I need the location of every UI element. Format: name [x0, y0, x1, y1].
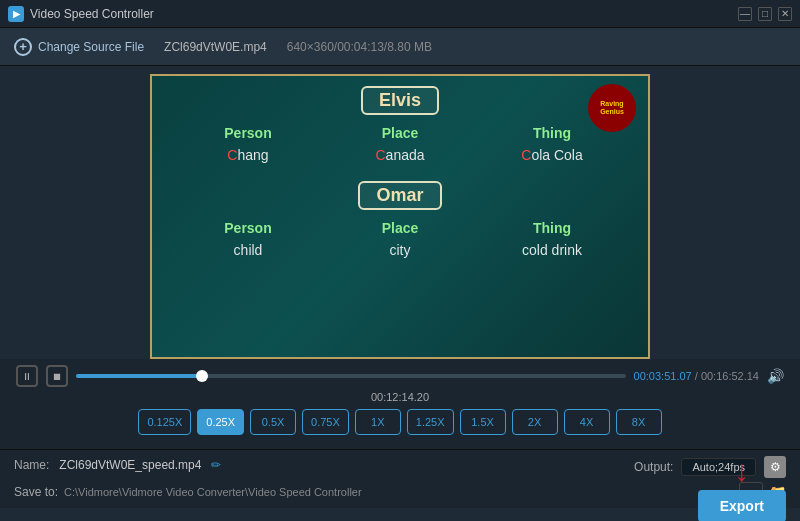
speed-2x[interactable]: 2X — [512, 409, 558, 435]
export-button[interactable]: Export — [698, 490, 786, 521]
speed-15x[interactable]: 1.5X — [460, 409, 506, 435]
speed-0125x[interactable]: 0.125X — [138, 409, 191, 435]
title-bar: ▶ Video Speed Controller — □ ✕ — [0, 0, 800, 28]
omar-thing-value: cold drink — [492, 242, 612, 258]
omar-category-row: Person Place Thing — [172, 220, 628, 236]
add-icon: + — [14, 38, 32, 56]
current-time: 00:03:51.07 — [634, 370, 692, 382]
category-person-1: Person — [188, 125, 308, 141]
maximize-button[interactable]: □ — [758, 7, 772, 21]
progress-thumb[interactable] — [196, 370, 208, 382]
progress-row: ⏸ ⏹ 00:03:51.07 / 00:16:52.14 🔊 — [16, 365, 784, 387]
name-output-row: Name: ZCl69dVtW0E_speed.mp4 ✏ Output: Au… — [14, 456, 786, 478]
speed-075x[interactable]: 0.75X — [302, 409, 349, 435]
file-name: ZCl69dVtW0E.mp4 — [164, 40, 267, 54]
speed-1x[interactable]: 1X — [355, 409, 401, 435]
speed-05x[interactable]: 0.5X — [250, 409, 296, 435]
app-icon: ▶ — [8, 6, 24, 22]
save-path: C:\Vidmore\Vidmore Video Converter\Video… — [64, 486, 733, 498]
category-place-2: Place — [340, 220, 460, 236]
change-source-button[interactable]: + Change Source File — [14, 38, 144, 56]
window-controls[interactable]: — □ ✕ — [738, 7, 792, 21]
file-name-row: Name: ZCl69dVtW0E_speed.mp4 ✏ — [14, 458, 221, 472]
video-frame: RavingGenius Elvis Person Place Thing Ch… — [150, 74, 650, 359]
total-time: / — [695, 370, 698, 382]
omar-person-value: child — [188, 242, 308, 258]
raving-genius-logo: RavingGenius — [588, 84, 636, 132]
progress-bar[interactable] — [76, 374, 626, 378]
time-display: 00:03:51.07 / 00:16:52.14 — [634, 370, 759, 382]
omar-place-value: city — [340, 242, 460, 258]
speed-8x[interactable]: 8X — [616, 409, 662, 435]
minimize-button[interactable]: — — [738, 7, 752, 21]
elvis-thing-value: Cola Cola — [492, 147, 612, 163]
output-label: Output: — [634, 460, 673, 474]
name-label: Name: — [14, 458, 49, 472]
file-info: 640×360/00:04:13/8.80 MB — [287, 40, 432, 54]
center-time: 00:12:14.20 — [16, 391, 784, 403]
app-title: Video Speed Controller — [30, 7, 738, 21]
category-place-1: Place — [340, 125, 460, 141]
elvis-category-row: Person Place Thing — [172, 125, 628, 141]
main-area: RavingGenius Elvis Person Place Thing Ch… — [0, 66, 800, 449]
volume-icon[interactable]: 🔊 — [767, 368, 784, 384]
elvis-place-value: Canada — [340, 147, 460, 163]
omar-name-box: Omar — [358, 181, 441, 210]
close-button[interactable]: ✕ — [778, 7, 792, 21]
category-thing-1: Thing — [492, 125, 612, 141]
category-thing-2: Thing — [492, 220, 612, 236]
speed-125x[interactable]: 1.25X — [407, 409, 454, 435]
total-time-value: 00:16:52.14 — [701, 370, 759, 382]
elvis-values-row: Chang Canada Cola Cola — [172, 147, 628, 163]
category-person-2: Person — [188, 220, 308, 236]
top-bar: + Change Source File ZCl69dVtW0E.mp4 640… — [0, 28, 800, 66]
controls-area: ⏸ ⏹ 00:03:51.07 / 00:16:52.14 🔊 00:12:14… — [0, 359, 800, 449]
progress-fill — [76, 374, 202, 378]
logo-text: RavingGenius — [600, 100, 624, 115]
omar-values-row: child city cold drink — [172, 242, 628, 258]
elvis-name-box: Elvis — [361, 86, 439, 115]
file-name-value: ZCl69dVtW0E_speed.mp4 — [59, 458, 201, 472]
speed-025x[interactable]: 0.25X — [197, 409, 244, 435]
bottom-bar: Name: ZCl69dVtW0E_speed.mp4 ✏ Output: Au… — [0, 449, 800, 508]
game-content: RavingGenius Elvis Person Place Thing Ch… — [152, 76, 648, 357]
edit-icon[interactable]: ✏ — [211, 458, 221, 472]
speed-buttons-row: 0.125X 0.25X 0.5X 0.75X 1X 1.25X 1.5X 2X… — [16, 409, 784, 435]
speed-4x[interactable]: 4X — [564, 409, 610, 435]
stop-button[interactable]: ⏹ — [46, 365, 68, 387]
elvis-person-value: Chang — [188, 147, 308, 163]
play-pause-button[interactable]: ⏸ — [16, 365, 38, 387]
save-label: Save to: — [14, 485, 58, 499]
change-source-label: Change Source File — [38, 40, 144, 54]
save-row: Save to: C:\Vidmore\Vidmore Video Conver… — [14, 482, 786, 502]
